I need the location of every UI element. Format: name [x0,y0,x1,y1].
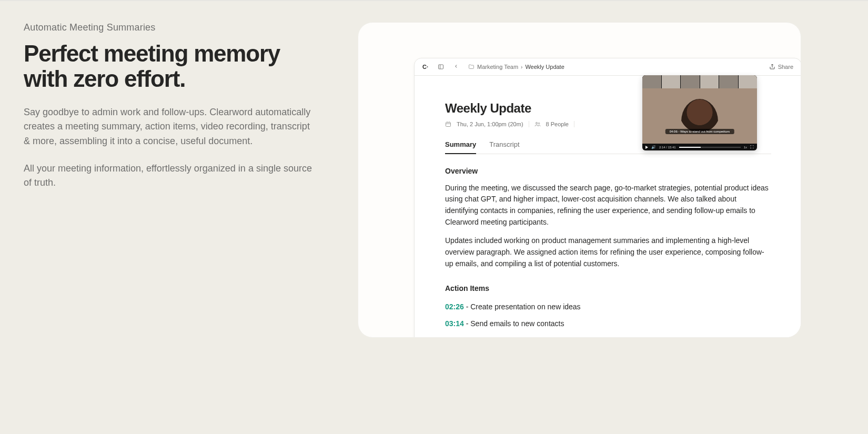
back-icon[interactable] [453,64,459,70]
action-text: - Send emails to new contacts [464,319,564,328]
breadcrumb-page[interactable]: Weekly Update [525,64,564,70]
action-text: - Create presentation on new ideas [464,302,581,311]
video-frame: 04:06 - Ways to stand out from competito… [642,88,757,144]
app-toolbar: C· Marketing Team › Weekly Update [415,58,801,76]
app-logo-icon[interactable]: C· [422,64,428,70]
speaker-avatar [681,99,718,144]
screenshot-card: C· Marketing Team › Weekly Update [358,22,801,338]
overview-paragraph: During the meeting, we discussed the sea… [445,183,771,228]
tab-summary[interactable]: Summary [445,140,476,154]
overview-heading: Overview [445,166,771,177]
share-label: Share [778,64,793,70]
separator [529,121,529,127]
video-time: 2:14 / 15:41 [659,146,676,149]
share-button[interactable]: Share [769,64,793,70]
action-item[interactable]: 03:14 - Send emails to new contacts [445,318,771,330]
screenshot-wrapper: C· Marketing Team › Weekly Update [337,1,868,434]
share-icon [769,64,775,70]
breadcrumb[interactable]: Marketing Team › Weekly Update [468,64,564,70]
action-items-heading: Action Items [445,283,771,295]
participant-strip [642,75,757,88]
breadcrumb-folder[interactable]: Marketing Team [477,64,518,70]
action-item[interactable]: 03:14 - Complete pdf report on survey fi… [445,335,771,338]
meta-date: Thu, 2 Jun, 1:00pm (20m) [457,121,523,127]
paragraph-2: All your meeting information, effortless… [24,162,313,190]
folder-icon [468,64,475,70]
seek-track[interactable] [679,147,741,148]
overview-paragraph: Updates included working on product mana… [445,235,771,269]
chevron-right-icon: › [521,64,522,70]
volume-icon[interactable]: 🔊 [651,145,656,149]
video-thumbnail[interactable]: 04:06 - Ways to stand out from competito… [642,75,757,150]
speed-label[interactable]: 1x [744,146,747,149]
paragraph-1: Say goodbye to admin work and follow-ups… [24,105,313,148]
action-item[interactable]: 02:26 - Create presentation on new ideas [445,301,771,313]
body-text: Say goodbye to admin work and follow-ups… [24,105,313,190]
action-timestamp: 02:26 [445,302,464,311]
svg-point-8 [538,123,540,124]
fullscreen-icon[interactable]: ⛶ [750,145,754,149]
video-caption: 04:06 - Ways to stand out from competito… [665,129,734,134]
people-icon [534,121,541,127]
sidebar-toggle-icon[interactable] [438,64,444,70]
action-timestamp: 03:14 [445,319,464,328]
svg-point-7 [536,123,537,124]
play-icon[interactable] [645,146,648,149]
tab-transcript[interactable]: Transcript [489,140,519,154]
video-controls[interactable]: 🔊 2:14 / 15:41 1x ⛶ [642,144,757,150]
eyebrow: Automatic Meeting Summaries [24,22,326,33]
feature-copy: Automatic Meeting Summaries Perfect meet… [0,1,337,434]
meta-people: 8 People [546,121,569,127]
separator [574,121,574,127]
calendar-icon [445,121,451,127]
action-timestamp: 03:14 [445,336,464,338]
svg-rect-0 [439,65,443,69]
headline: Perfect meeting memory with zero effort. [24,41,302,92]
svg-rect-3 [446,123,451,127]
action-text: - Complete pdf report on survey findings… [464,336,599,338]
doc-content: Overview During the meeting, we discusse… [415,154,801,338]
